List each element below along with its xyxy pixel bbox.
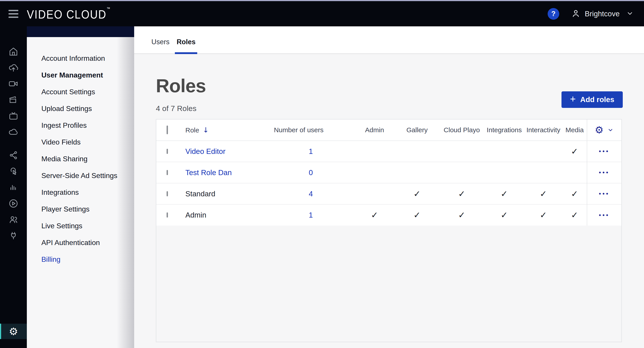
sort-descending-icon[interactable]: ↓ [203, 126, 209, 134]
subnav-item-account-settings[interactable]: Account Settings [27, 84, 134, 100]
column-media: Media [562, 120, 587, 141]
cloud-icon[interactable] [8, 127, 19, 137]
check-integrations: ✓ [484, 204, 524, 226]
role-name-link[interactable]: Video Editor [178, 141, 267, 162]
table-row: Test Role Dan 0 ••• [156, 162, 622, 183]
subnav-item-player-settings[interactable]: Player Settings [27, 201, 134, 217]
roles-table: Role↓ Number of users Admin Gallery Clou… [156, 120, 622, 226]
check-gallery [395, 141, 440, 162]
row-checkbox[interactable] [166, 212, 168, 217]
interactivity-icon[interactable] [8, 166, 19, 177]
play-circle-icon[interactable] [8, 198, 19, 209]
help-button[interactable]: ? [548, 8, 559, 20]
check-gallery [395, 162, 440, 183]
rail-settings-item[interactable]: ⚙ [0, 324, 27, 339]
subnav-item-media-sharing[interactable]: Media Sharing [27, 151, 134, 167]
row-checkbox[interactable] [166, 170, 168, 175]
video-camera-icon[interactable] [8, 78, 19, 89]
table-row: Standard 4 ✓ ✓ ✓ ✓ ✓ ••• [156, 183, 622, 204]
settings-gear-icon: ⚙ [9, 326, 18, 337]
users-count-link[interactable]: 4 [267, 183, 354, 204]
column-gallery: Gallery [395, 120, 440, 141]
table-empty-area [156, 226, 622, 342]
tab-roles[interactable]: Roles [177, 38, 196, 53]
check-media [562, 162, 587, 183]
subnav-item-user-management[interactable]: User Management [27, 67, 134, 84]
column-role: Role [185, 126, 199, 134]
check-gallery: ✓ [395, 183, 440, 204]
subnav-list: Account Information User Management Acco… [27, 26, 134, 268]
column-settings-control[interactable]: ⚙ [595, 125, 614, 135]
select-all-checkbox[interactable] [166, 126, 168, 134]
check-integrations [484, 141, 524, 162]
row-checkbox[interactable] [166, 191, 168, 196]
check-media: ✓ [562, 204, 587, 226]
users-count-link[interactable]: 0 [267, 162, 354, 183]
row-actions-menu-icon[interactable]: ••• [599, 212, 610, 218]
row-actions-menu-icon[interactable]: ••• [599, 190, 610, 197]
row-checkbox[interactable] [166, 149, 168, 154]
check-admin [354, 183, 395, 204]
users-icon[interactable] [8, 214, 19, 225]
table-row: Video Editor 1 ✓ ••• [156, 141, 622, 162]
check-admin: ✓ [354, 204, 395, 226]
role-name: Admin [178, 204, 267, 226]
settings-subnav: Account Information User Management Acco… [27, 26, 134, 348]
app-logo: VIDEO CLOUD™ [27, 6, 110, 21]
analytics-icon[interactable] [8, 182, 19, 193]
check-cloud-playo: ✓ [440, 183, 484, 204]
cloud-upload-icon[interactable] [8, 62, 19, 73]
table-columns-chevron-down-icon [607, 127, 614, 133]
check-cloud-playo [440, 162, 484, 183]
subnav-item-server-side-ad-settings[interactable]: Server-Side Ad Settings [27, 167, 134, 184]
hamburger-menu-icon[interactable] [0, 1, 27, 26]
check-admin [354, 162, 395, 183]
table-gear-icon: ⚙ [595, 125, 604, 135]
subnav-item-live-settings[interactable]: Live Settings [27, 217, 134, 234]
check-integrations [484, 162, 524, 183]
main-content: Users Roles Roles 4 of 7 Roles + Add rol… [134, 26, 644, 348]
check-cloud-playo [440, 141, 484, 162]
users-count-link[interactable]: 1 [267, 204, 354, 226]
subnav-item-api-authentication[interactable]: API Authentication [27, 234, 134, 251]
subnav-item-integrations[interactable]: Integrations [27, 184, 134, 201]
check-integrations: ✓ [484, 183, 524, 204]
tab-bar: Users Roles [134, 26, 644, 54]
subnav-item-ingest-profiles[interactable]: Ingest Profiles [27, 117, 134, 134]
icon-rail: ⚙ [0, 26, 27, 348]
account-chevron-down-icon[interactable] [626, 9, 634, 18]
clapperboard-icon[interactable] [8, 94, 19, 105]
roles-table-card: Role↓ Number of users Admin Gallery Clou… [156, 119, 622, 342]
column-number-of-users: Number of users [267, 120, 354, 141]
share-icon[interactable] [8, 150, 19, 161]
table-header-row: Role↓ Number of users Admin Gallery Clou… [156, 120, 622, 141]
subnav-item-account-information[interactable]: Account Information [27, 50, 134, 67]
top-bar: VIDEO CLOUD™ ? Brightcove [0, 1, 644, 26]
home-icon[interactable] [8, 46, 19, 57]
add-roles-button[interactable]: + Add roles [562, 91, 623, 108]
column-cloud-playo: Cloud Playo [440, 120, 484, 141]
trademark-symbol: ™ [106, 6, 110, 11]
tv-icon[interactable] [8, 111, 19, 121]
check-gallery: ✓ [395, 204, 440, 226]
check-admin [354, 141, 395, 162]
check-interactivity [524, 141, 562, 162]
plug-icon[interactable] [8, 230, 19, 241]
table-row: Admin 1 ✓ ✓ ✓ ✓ ✓ ✓ ••• [156, 204, 622, 226]
row-actions-menu-icon[interactable]: ••• [599, 169, 610, 176]
check-media: ✓ [562, 141, 587, 162]
tab-users[interactable]: Users [152, 38, 170, 53]
plus-icon: + [570, 94, 576, 105]
subnav-item-video-fields[interactable]: Video Fields [27, 134, 134, 151]
row-actions-menu-icon[interactable]: ••• [599, 148, 610, 155]
account-menu-label[interactable]: Brightcove [585, 9, 620, 18]
role-name-link[interactable]: Test Role Dan [178, 162, 267, 183]
column-integrations: Integrations [484, 120, 524, 141]
check-interactivity: ✓ [524, 183, 562, 204]
subnav-item-upload-settings[interactable]: Upload Settings [27, 100, 134, 117]
role-name: Standard [178, 183, 267, 204]
subnav-item-billing[interactable]: Billing [27, 251, 134, 268]
user-avatar-icon[interactable] [571, 8, 581, 19]
users-count-link[interactable]: 1 [267, 141, 354, 162]
column-admin: Admin [354, 120, 395, 141]
